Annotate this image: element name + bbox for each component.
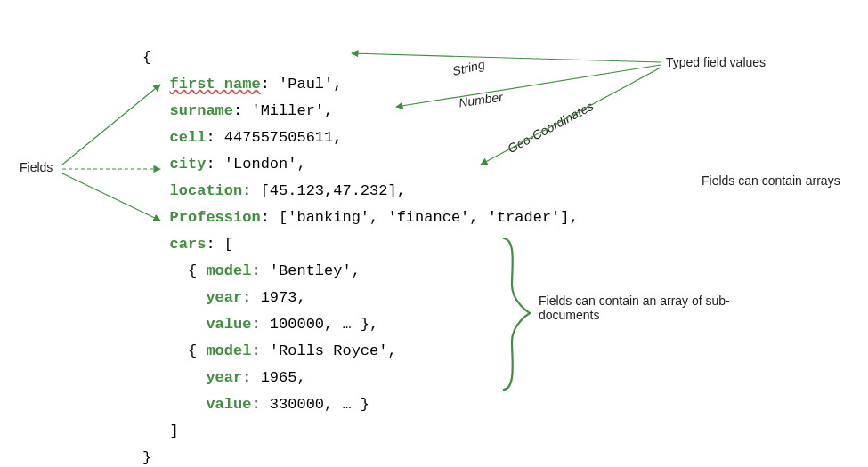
field-value-city: 'London' (224, 156, 297, 173)
car-model-key-1: model (206, 342, 251, 359)
field-key-city: city (170, 156, 207, 173)
field-value-cell: 447557505611 (224, 129, 333, 146)
document-code: { first name: 'Paul', surname: 'Miller',… (142, 18, 579, 467)
field-key-first-name: first name (170, 76, 261, 93)
field-key-location: location (170, 182, 243, 199)
car-year-key: year (206, 289, 242, 306)
field-value-first-name: 'Paul' (279, 76, 333, 93)
car-value-key-1: value (206, 396, 251, 413)
field-value-profession: ['banking', 'finance', 'trader'] (279, 209, 569, 226)
brace-close: } (142, 449, 151, 466)
car0-model: 'Bentley' (270, 262, 352, 279)
label-subdocs: Fields can contain an array of sub-docum… (539, 294, 734, 322)
field-value-location: [45.123,47.232] (261, 182, 397, 199)
field-key-profession: Profession (170, 209, 261, 226)
car0-year: 1973 (261, 289, 297, 306)
car-model-key: model (206, 262, 251, 279)
field-key-surname: surname (170, 102, 233, 119)
car0-value: 100000, … }, (270, 316, 378, 333)
label-typed: Typed field values (666, 55, 766, 69)
car1-value: 330000, … } (270, 396, 369, 413)
field-value-surname: 'Miller' (251, 102, 324, 119)
label-fields: Fields (20, 160, 53, 174)
car-year-key-1: year (206, 369, 242, 386)
cars-array-close: ] (170, 423, 179, 439)
field-key-cars: cars (170, 236, 207, 253)
brace-open: { (142, 49, 151, 66)
car-value-key: value (206, 316, 251, 333)
car1-year: 1965 (261, 369, 297, 386)
field-key-cell: cell (170, 129, 207, 146)
cars-array-open: [ (224, 236, 233, 253)
car1-model: 'Rolls Royce' (270, 342, 388, 359)
label-arrays: Fields can contain arrays (702, 173, 840, 188)
